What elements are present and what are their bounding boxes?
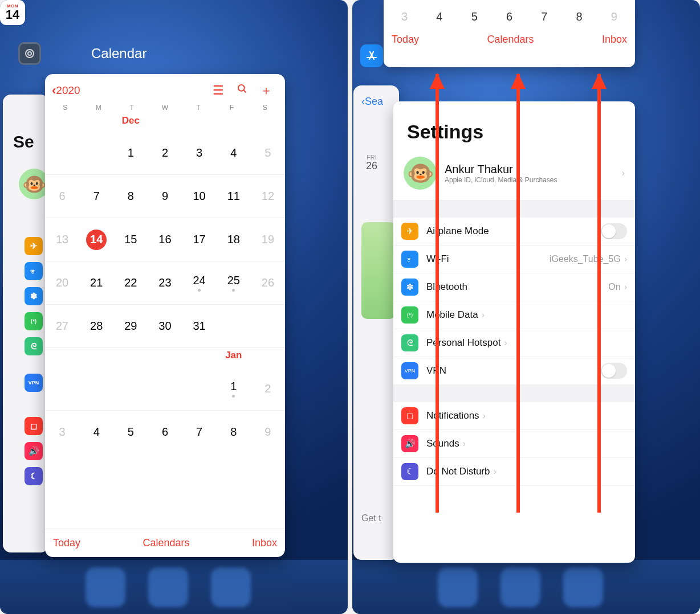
calendar-day[interactable]: 23 [148,261,182,304]
calendar-day[interactable]: 1 [113,131,148,174]
calendar-day[interactable]: 7 [182,410,217,453]
settings-card-behind[interactable]: Se 🐵 ✈ᯤ✽(ꞏ)ᘓVPN◻🔊☾ [3,95,48,552]
inbox-button[interactable]: Inbox [252,537,277,549]
today-date-small: FRI26 [366,154,377,172]
dock-app-tile [211,567,251,607]
calendar-day[interactable]: 4 [79,410,113,453]
calendar-day[interactable]: 5 [113,410,148,453]
calendar-day[interactable]: 2 [251,367,285,410]
back-button[interactable]: ‹ Sea [361,96,383,108]
settings-title-fragment: Se [13,132,34,152]
row-icon: ◻ [401,407,418,424]
calendar-day[interactable]: 22 [113,261,148,304]
calendar-day [45,131,79,174]
calendar-day[interactable]: 3 [182,131,217,174]
calendar-day[interactable]: 2 [148,131,182,174]
calendar-day[interactable]: 14 [79,218,113,261]
account-subtitle: Apple ID, iCloud, Media & Purchases [445,176,557,184]
dow-label: W [148,104,181,112]
calendar-day[interactable]: 19 [251,218,285,261]
calendar-day[interactable]: 3 [45,410,79,453]
calendar-day[interactable]: 13 [45,218,79,261]
today-button[interactable]: Today [53,537,80,549]
calendar-day[interactable]: 5 [251,131,285,174]
inbox-button[interactable]: Inbox [602,34,627,46]
dock-app-tile [438,567,478,607]
calendar-day[interactable]: 24 [182,261,217,304]
row-label: Mobile Data [426,309,478,321]
calendar-day[interactable]: 27 [45,304,79,347]
calendar-day[interactable]: 9 [148,174,182,218]
row-label: Bluetooth [426,281,467,293]
calendar-day[interactable]: 4 [217,131,251,174]
calendar-bottom-bar: Today Calendars Inbox [45,529,285,557]
search-icon[interactable] [230,83,254,98]
calendar-day[interactable]: 8 [113,174,148,218]
calendar-day[interactable]: 6 [45,174,79,218]
calendar-day[interactable]: 25 [217,261,251,304]
calendar-day[interactable]: 29 [113,304,148,347]
calendar-day[interactable]: 1 [217,367,251,410]
calendar-card[interactable]: ‹ 2020 ☰ ＋ SMTWTFS Dec123456789101112131… [45,74,285,557]
left-panel: MON 14 Calendar Se 🐵 ✈ᯤ✽(ꞏ)ᘓVPN◻🔊☾ ‹ 202… [0,0,348,614]
calendar-day[interactable]: 5 [457,10,492,23]
swipe-up-arrow-icon [597,74,601,513]
calendar-day[interactable]: 21 [79,261,113,304]
calendar-day [79,131,113,174]
appstore-card-behind[interactable]: ‹ Sea FRI26 Get t [353,85,399,560]
calendar-day[interactable]: 16 [148,218,182,261]
calendar-day[interactable]: 3 [387,10,422,23]
calendar-day[interactable]: 26 [251,261,285,304]
back-to-year-button[interactable]: ‹ 2020 [52,83,80,98]
calendars-button[interactable]: Calendars [419,34,602,46]
row-icon: (ꞏ) [401,306,418,324]
calendar-day[interactable]: 31 [182,304,217,347]
calendar-day[interactable]: 6 [148,410,182,453]
row-icon: VPN [401,362,418,379]
calendar-grid-dec[interactable]: Dec1234567891011121314151617181920212223… [45,115,285,347]
svg-point-2 [238,85,245,91]
settings-app-icon[interactable] [18,42,41,65]
dow-label: T [115,104,148,112]
chevron-right-icon: › [482,310,485,320]
calendar-day[interactable]: 28 [79,304,113,347]
calendar-day[interactable]: 7 [79,174,113,218]
calendar-day[interactable]: 17 [182,218,217,261]
app-switcher-title: Calendar [91,46,146,62]
calendar-day[interactable]: 30 [148,304,182,347]
row-value: iGeeks_Tube_5G [550,254,621,264]
calendar-day[interactable]: 8 [217,410,251,453]
calendar-card-swiped[interactable]: 3456789 Today Calendars Inbox [384,0,635,67]
settings-row-icon: ᯤ [25,262,43,280]
toggle[interactable] [601,223,627,239]
day-of-week-row: SMTWTFS [45,103,285,115]
calendar-day [45,367,79,410]
calendar-app-icon[interactable]: MON 14 [0,0,25,25]
calendar-row-jan: 3456789 [384,0,635,28]
calendar-day[interactable]: 18 [217,218,251,261]
calendar-day[interactable]: 10 [182,174,217,218]
appstore-app-icon[interactable] [360,44,383,67]
row-icon: 🔊 [401,435,418,452]
calendar-grid-jan[interactable]: Jan123456789 [45,347,285,453]
calendar-day [182,367,217,410]
calendar-day[interactable]: 6 [492,10,527,23]
today-button[interactable]: Today [392,34,419,46]
calendar-day[interactable]: 7 [527,10,561,23]
calendar-day[interactable]: 9 [597,10,632,23]
calendar-day[interactable]: 4 [422,10,457,23]
add-event-icon[interactable]: ＋ [254,82,278,99]
calendar-day[interactable]: 11 [217,174,251,218]
svg-point-0 [26,50,34,58]
calendars-button[interactable]: Calendars [80,537,252,549]
calendar-day[interactable]: 15 [113,218,148,261]
calendar-day[interactable]: 12 [251,174,285,218]
calendar-day[interactable]: 20 [45,261,79,304]
dow-label: S [48,104,82,112]
settings-row-icon: ✽ [25,287,43,305]
list-view-icon[interactable]: ☰ [206,83,230,98]
toggle[interactable] [601,363,627,379]
calendar-day[interactable]: 8 [561,10,596,23]
get-label: Get t [361,513,381,523]
calendar-day[interactable]: 9 [251,410,285,453]
